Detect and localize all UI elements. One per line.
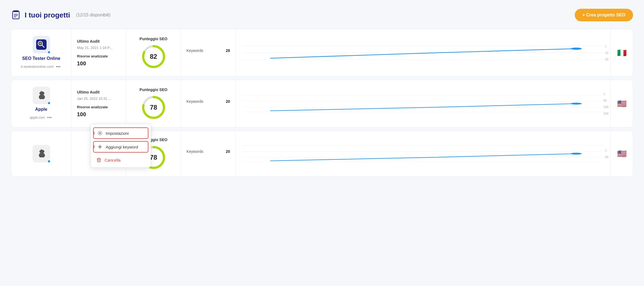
score-number: 82 [150, 53, 157, 60]
projects-icon [11, 10, 21, 20]
project-card-apple: Apple apple.com ••• Ultimo Audit Jan 25,… [11, 80, 633, 127]
chart-section: 1 10 20 [236, 29, 611, 76]
score-number: 78 [150, 104, 157, 111]
project-url: it.seotesteronline.com/ ••• [21, 64, 62, 70]
chart-labels: 1 50 100 150 [603, 92, 608, 115]
settings-menu-label: Impostazioni [106, 131, 129, 136]
risorse-value: 100 [77, 60, 120, 67]
keywords-section: Keywords 28 [181, 29, 236, 76]
context-menu-settings[interactable]: Impostazioni [93, 127, 148, 139]
flag-section: 🇮🇹 [611, 29, 633, 76]
gear-icon [97, 131, 102, 136]
trend-chart [242, 94, 604, 113]
svg-rect-0 [13, 11, 19, 19]
trend-chart [242, 144, 604, 163]
project-identity: SEO Tester Online it.seotesteronline.com… [11, 29, 71, 76]
audit-label: Ultimo Audit [77, 90, 120, 94]
project-list: SEO Tester Online it.seotesteronline.com… [11, 29, 633, 177]
menu-number-1: 1 [93, 131, 95, 135]
keywords-label: Keywords [186, 48, 203, 53]
chart-labels: 1 50 [605, 149, 608, 159]
svg-point-8 [39, 42, 41, 45]
project-name: Apple [35, 107, 47, 112]
flag-section: 🇺🇸 [611, 131, 633, 176]
audit-date: Jan 25, 2022 10:31 ... [77, 97, 120, 101]
plus-icon [97, 144, 102, 149]
keywords-count: 28 [226, 48, 230, 53]
context-menu-add-keyword[interactable]: Aggiungi keyword [93, 141, 148, 153]
trash-icon [96, 157, 101, 162]
seo-score-label: Punteggio SEO [140, 87, 168, 92]
chart-section: 1 50 [236, 131, 611, 176]
online-indicator [47, 51, 51, 54]
keywords-header: Keywords 20 [186, 149, 230, 154]
project-options-button[interactable]: ••• [46, 115, 53, 121]
svg-rect-5 [36, 39, 47, 50]
flag-section: 🇺🇸 [611, 80, 633, 127]
seo-score-circle: 82 [141, 44, 166, 69]
project-logo [33, 36, 50, 53]
keywords-section: Keywords 20 [181, 131, 236, 176]
chart-labels: 1 10 20 [605, 45, 608, 61]
context-menu-delete[interactable]: Cancella [91, 155, 151, 165]
country-flag: 🇺🇸 [616, 148, 628, 160]
audit-section: Ultimo Audit Jan 25, 2022 10:31 ... Riso… [71, 80, 126, 127]
online-indicator [47, 101, 51, 105]
page-title: I tuoi progetti [25, 11, 70, 19]
audit-section: Ultimo Audit May 21, 2021 1:18 P... Riso… [71, 29, 126, 76]
project-options-button[interactable]: ••• [55, 64, 62, 70]
page-header: I tuoi progetti (12/15 disponibili) + Cr… [11, 9, 633, 21]
svg-point-21 [571, 103, 582, 105]
add-keyword-menu-label: Aggiungi keyword [106, 145, 138, 149]
page-subtitle: (12/15 disponibili) [76, 13, 110, 17]
audit-date: May 21, 2021 1:18 P... [77, 46, 120, 50]
seo-score-section: Punteggio SEO 82 [126, 29, 181, 76]
svg-point-36 [571, 153, 582, 155]
audit-label: Ultimo Audit [77, 39, 120, 43]
delete-menu-label: Cancella [105, 158, 120, 162]
svg-point-14 [571, 48, 582, 50]
keywords-header: Keywords 28 [186, 48, 230, 53]
score-number: 78 [150, 154, 157, 161]
risorse-label: Risorse analizzate [77, 54, 120, 58]
seo-score-label: Punteggio SEO [140, 37, 168, 41]
project-card: SEO Tester Online it.seotesteronline.com… [11, 29, 633, 77]
risorse-label: Risorse analizzate [77, 105, 120, 109]
project-url: apple.com ••• [30, 115, 53, 121]
svg-rect-25 [97, 159, 100, 162]
keywords-count: 20 [226, 99, 230, 104]
online-indicator [47, 160, 51, 163]
seo-score-section: Punteggio SEO 78 [126, 80, 181, 127]
title-area: I tuoi progetti (12/15 disponibili) [11, 10, 111, 20]
project-logo [33, 145, 50, 162]
project-identity: Apple apple.com ••• [11, 80, 71, 127]
keywords-section: Keywords 20 [181, 80, 236, 127]
risorse-value: 100 [77, 111, 120, 118]
keywords-count: 20 [226, 149, 230, 154]
trend-chart [242, 43, 604, 62]
project-name: SEO Tester Online [22, 56, 60, 61]
project-identity [11, 131, 71, 176]
project-logo [33, 87, 50, 104]
keywords-label: Keywords [186, 99, 203, 104]
create-seo-project-button[interactable]: + Crea progetto SEO [575, 9, 633, 21]
keywords-label: Keywords [186, 149, 203, 154]
svg-point-22 [99, 133, 101, 134]
apple-icon [36, 149, 46, 159]
country-flag: 🇺🇸 [616, 98, 628, 110]
keywords-header: Keywords 20 [186, 99, 230, 104]
chart-section: 1 50 100 150 [236, 80, 611, 127]
context-menu: 1 Impostazioni 2 Aggiungi ke [91, 124, 151, 168]
seo-tester-icon [36, 39, 47, 50]
apple-icon [36, 91, 46, 100]
country-flag: 🇮🇹 [616, 47, 628, 59]
seo-score-circle: 78 [141, 95, 166, 120]
menu-number-2: 2 [93, 145, 95, 149]
